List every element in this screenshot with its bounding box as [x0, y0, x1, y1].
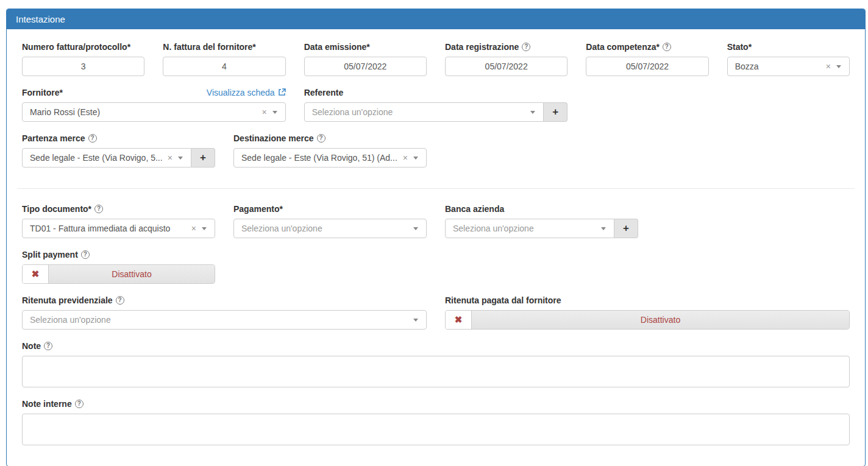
- field-partenza-merce: Partenza merce? Sede legale - Este (Via …: [22, 133, 215, 168]
- help-icon: ?: [522, 43, 530, 51]
- field-n-fattura-fornitore: N. fattura del fornitore*: [163, 41, 285, 76]
- fornitore-select[interactable]: Mario Rossi (Este) ×: [22, 102, 286, 122]
- destinazione-merce-selected-value: Sede legale - Este (Via Rovigo, 51) (Ad.…: [241, 153, 400, 163]
- stato-select[interactable]: Bozza ×: [727, 57, 850, 76]
- pagamento-select[interactable]: Seleziona un'opzione: [233, 219, 427, 238]
- field-data-emissione: Data emissione*: [304, 41, 427, 76]
- destinazione-merce-select[interactable]: Sede legale - Este (Via Rovigo, 51) (Ad.…: [233, 148, 427, 168]
- intestazione-panel: Intestazione Numero fattura/protocollo* …: [6, 9, 866, 466]
- pagamento-label: Pagamento*: [233, 204, 283, 214]
- panel-title: Intestazione: [7, 9, 865, 29]
- help-icon: ?: [81, 250, 90, 259]
- note-label: Note?: [22, 341, 52, 351]
- split-payment-toggle[interactable]: ✖ Disattivato: [22, 264, 215, 284]
- help-icon: ?: [116, 296, 124, 305]
- help-icon: ?: [44, 342, 52, 350]
- plus-icon: +: [552, 106, 558, 118]
- ritenuta-pagata-state: Disattivato: [472, 311, 849, 329]
- field-data-registrazione: Data registrazione?: [445, 41, 567, 76]
- add-partenza-merce-button[interactable]: +: [191, 148, 215, 168]
- partenza-merce-label: Partenza merce?: [22, 133, 97, 143]
- panel-body: Numero fattura/protocollo* N. fattura de…: [7, 29, 865, 466]
- ritenuta-pagata-toggle[interactable]: ✖ Disattivato: [445, 310, 850, 330]
- toggle-x-icon: ✖: [446, 311, 472, 329]
- field-ritenuta-previdenziale: Ritenuta previdenziale? Seleziona un'opz…: [22, 295, 427, 330]
- data-registrazione-input[interactable]: [445, 57, 567, 76]
- chevron-down-icon: [413, 227, 418, 230]
- field-referente: Referente Seleziona un'opzione +: [304, 87, 568, 122]
- banca-azienda-placeholder: Seleziona un'opzione: [453, 224, 601, 233]
- help-icon: ?: [317, 134, 326, 143]
- clear-icon[interactable]: ×: [824, 62, 836, 71]
- tipo-documento-selected-value: TD01 - Fattura immediata di acquisto: [30, 224, 189, 233]
- ritenuta-previdenziale-placeholder: Seleziona un'opzione: [30, 315, 413, 325]
- banca-azienda-select[interactable]: Seleziona un'opzione: [445, 219, 614, 238]
- add-banca-azienda-button[interactable]: +: [614, 219, 638, 238]
- data-emissione-label: Data emissione*: [304, 42, 370, 52]
- partenza-merce-selected-value: Sede legale - Este (Via Rovigo, 5...: [30, 153, 165, 163]
- help-icon: ?: [88, 134, 97, 143]
- chevron-down-icon: [836, 65, 841, 68]
- chevron-down-icon: [178, 157, 183, 160]
- chevron-down-icon: [413, 157, 418, 160]
- plus-icon: +: [200, 152, 206, 164]
- data-competenza-input[interactable]: [586, 57, 708, 76]
- banca-azienda-label: Banca azienda: [445, 204, 504, 214]
- ritenuta-previdenziale-select[interactable]: Seleziona un'opzione: [22, 310, 427, 330]
- ritenuta-previdenziale-label: Ritenuta previdenziale?: [22, 295, 124, 305]
- referente-label: Referente: [304, 88, 344, 97]
- stato-selected-value: Bozza: [735, 62, 824, 71]
- field-split-payment: Split payment? ✖ Disattivato: [22, 249, 215, 284]
- note-interne-textarea[interactable]: [22, 414, 850, 445]
- chevron-down-icon: [413, 319, 418, 322]
- clear-icon[interactable]: ×: [259, 108, 272, 116]
- fornitore-label: Fornitore*: [22, 88, 63, 97]
- n-fattura-fornitore-input[interactable]: [163, 57, 285, 76]
- field-destinazione-merce: Destinazione merce? Sede legale - Este (…: [233, 133, 427, 168]
- help-icon: ?: [94, 205, 103, 213]
- chevron-down-icon: [272, 111, 277, 114]
- numero-fattura-input[interactable]: [22, 57, 144, 76]
- partenza-merce-select[interactable]: Sede legale - Este (Via Rovigo, 5... ×: [22, 148, 191, 168]
- clear-icon[interactable]: ×: [189, 224, 202, 233]
- tipo-documento-label: Tipo documento*?: [22, 204, 103, 214]
- note-textarea[interactable]: [22, 356, 850, 387]
- toggle-x-icon: ✖: [23, 265, 49, 283]
- tipo-documento-select[interactable]: TD01 - Fattura immediata di acquisto ×: [22, 219, 215, 238]
- field-stato: Stato* Bozza ×: [727, 41, 850, 76]
- referente-select[interactable]: Seleziona un'opzione: [304, 102, 544, 122]
- clear-icon[interactable]: ×: [165, 154, 178, 162]
- split-payment-state: Disattivato: [49, 265, 215, 283]
- external-link-icon: [278, 88, 286, 96]
- clear-icon[interactable]: ×: [400, 154, 413, 162]
- field-data-competenza: Data competenza*?: [586, 41, 708, 76]
- field-tipo-documento: Tipo documento*? TD01 - Fattura immediat…: [22, 203, 215, 238]
- stato-label: Stato*: [727, 42, 752, 52]
- ritenuta-pagata-label: Ritenuta pagata dal fornitore: [445, 295, 561, 305]
- fornitore-selected-value: Mario Rossi (Este): [30, 107, 259, 117]
- destinazione-merce-label: Destinazione merce?: [233, 133, 326, 143]
- plus-icon: +: [623, 222, 629, 235]
- pagamento-placeholder: Seleziona un'opzione: [241, 224, 413, 233]
- referente-placeholder: Seleziona un'opzione: [312, 107, 531, 117]
- split-payment-label: Split payment?: [22, 250, 90, 259]
- numero-fattura-label: Numero fattura/protocollo*: [22, 42, 130, 52]
- data-competenza-label: Data competenza*?: [586, 42, 671, 52]
- field-numero-fattura: Numero fattura/protocollo*: [22, 41, 144, 76]
- help-icon: ?: [75, 400, 84, 408]
- field-banca-azienda: Banca azienda Seleziona un'opzione +: [445, 203, 638, 238]
- add-referente-button[interactable]: +: [544, 102, 567, 122]
- note-interne-label: Note interne?: [22, 399, 84, 409]
- data-emissione-input[interactable]: [304, 57, 427, 76]
- field-note-interne: Note interne?: [22, 398, 850, 445]
- field-note: Note?: [22, 341, 850, 387]
- chevron-down-icon: [601, 227, 606, 230]
- field-ritenuta-pagata: Ritenuta pagata dal fornitore ✖ Disattiv…: [445, 295, 850, 330]
- chevron-down-icon: [202, 227, 207, 230]
- visualizza-scheda-link[interactable]: Visualizza scheda: [207, 88, 286, 97]
- section-divider: [17, 188, 855, 189]
- chevron-down-icon: [530, 111, 535, 114]
- field-fornitore: Fornitore* Visualizza scheda Mario Rossi…: [22, 87, 286, 122]
- data-registrazione-label: Data registrazione?: [445, 42, 530, 52]
- help-icon: ?: [663, 43, 671, 51]
